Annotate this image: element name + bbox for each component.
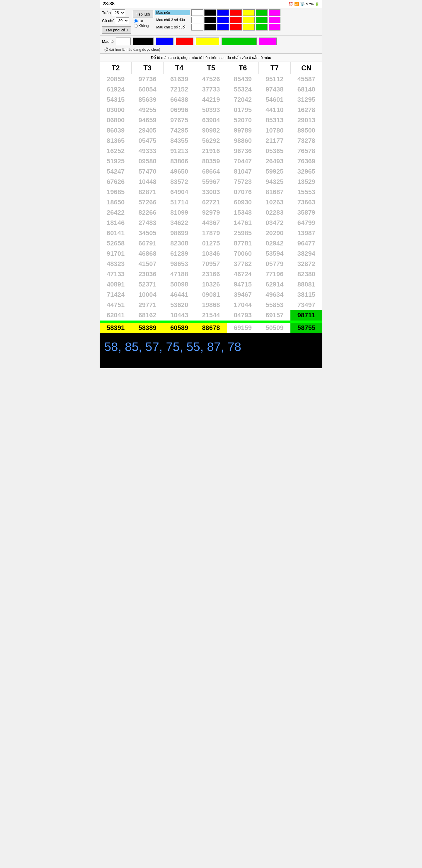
table-row[interactable]: 52658667918230801275877810294296477 [100, 239, 322, 249]
table-cell[interactable]: 83866 [163, 156, 195, 166]
color-black-1[interactable] [204, 9, 216, 16]
table-cell[interactable]: 05779 [259, 259, 290, 269]
table-cell[interactable]: 73497 [290, 300, 322, 310]
table-cell[interactable]: 19868 [195, 300, 227, 310]
table-cell[interactable]: 34622 [163, 218, 195, 228]
table-cell[interactable]: 01795 [227, 105, 258, 115]
table-cell[interactable]: 83572 [163, 177, 195, 187]
tao-phoi-cau-button[interactable]: Tạo phôi cầu [102, 26, 131, 34]
table-cell[interactable]: 26493 [259, 156, 290, 166]
mau-to-blue[interactable] [156, 37, 173, 45]
table-cell[interactable]: 97438 [259, 85, 290, 95]
table-cell[interactable]: 97736 [132, 74, 163, 85]
table-cell[interactable]: 50098 [163, 279, 195, 290]
table-cell[interactable]: 57470 [132, 166, 163, 177]
table-cell[interactable]: 81047 [227, 166, 258, 177]
table-cell[interactable]: 67626 [100, 177, 132, 187]
table-cell[interactable]: 49333 [132, 146, 163, 156]
color-green-2[interactable] [256, 17, 267, 23]
table-cell[interactable]: 94659 [132, 115, 163, 125]
radio-co-label[interactable]: Có [134, 19, 154, 23]
table-row[interactable]: 18650572665171462721609301026373663 [100, 197, 322, 208]
table-cell[interactable]: 70447 [227, 156, 258, 166]
mau-to-green[interactable] [222, 37, 257, 45]
table-row[interactable]: 62041681621044321544047936915798711 [100, 310, 322, 320]
radio-khong[interactable] [134, 24, 138, 28]
table-cell[interactable]: 75723 [227, 177, 258, 187]
table-cell[interactable]: 70957 [195, 259, 227, 269]
table-row[interactable]: 51925095808386680359704472649376369 [100, 156, 322, 166]
table-cell[interactable]: 10004 [132, 290, 163, 300]
table-cell[interactable]: 68664 [195, 166, 227, 177]
table-cell[interactable]: 16252 [100, 146, 132, 156]
table-cell[interactable]: 88081 [290, 279, 322, 290]
color-black-2[interactable] [204, 17, 216, 23]
table-cell[interactable]: 54247 [100, 166, 132, 177]
table-cell[interactable]: 50509 [259, 323, 290, 333]
table-cell[interactable]: 44110 [259, 105, 290, 115]
table-cell[interactable]: 37733 [195, 85, 227, 95]
table-cell[interactable]: 18650 [100, 197, 132, 208]
table-cell[interactable]: 04793 [227, 310, 258, 320]
table-row[interactable]: 26422822668109992979153480228335879 [100, 208, 322, 218]
table-cell[interactable]: 89500 [290, 125, 322, 136]
table-cell[interactable]: 29771 [132, 300, 163, 310]
table-cell[interactable]: 23166 [195, 269, 227, 279]
color-green-1[interactable] [256, 9, 267, 16]
table-cell[interactable]: 33003 [195, 187, 227, 197]
table-row[interactable]: 06800946599767563904520708531329013 [100, 115, 322, 125]
table-cell[interactable]: 45587 [290, 74, 322, 85]
table-row[interactable]: 71424100044644109081394674963438115 [100, 290, 322, 300]
color-magenta-1[interactable] [269, 9, 281, 16]
color-green-3[interactable] [256, 24, 267, 31]
table-row[interactable]: 54247574704965068664810475992532965 [100, 166, 322, 177]
table-cell[interactable]: 82380 [290, 269, 322, 279]
table-cell[interactable]: 47188 [163, 269, 195, 279]
table-cell[interactable]: 53620 [163, 300, 195, 310]
table-cell[interactable]: 85313 [259, 115, 290, 125]
table-cell[interactable]: 54315 [100, 95, 132, 105]
table-cell[interactable]: 47526 [195, 74, 227, 85]
table-cell[interactable]: 96736 [227, 146, 258, 156]
table-cell[interactable]: 32965 [290, 166, 322, 177]
table-cell[interactable]: 74295 [163, 125, 195, 136]
table-cell[interactable]: 69159 [227, 323, 258, 333]
table-cell[interactable]: 68140 [290, 85, 322, 95]
table-cell[interactable]: 58391 [100, 323, 132, 333]
cochuu-select[interactable]: 30 25 35 [116, 17, 129, 24]
table-cell[interactable]: 81365 [100, 136, 132, 146]
table-row[interactable]: 03000492550699650393017954411016278 [100, 105, 322, 115]
table-cell[interactable]: 09580 [132, 156, 163, 166]
table-row[interactable]: 18146274833462244367147610347264799 [100, 218, 322, 228]
table-cell[interactable]: 18146 [100, 218, 132, 228]
mau-to-magenta[interactable] [259, 37, 277, 45]
table-cell[interactable]: 82266 [132, 208, 163, 218]
table-row[interactable]: 61924600547215237733553249743868140 [100, 85, 322, 95]
table-cell[interactable]: 10448 [132, 177, 163, 187]
color-white-1[interactable] [191, 9, 203, 16]
mau-to-white[interactable] [116, 37, 131, 45]
radio-khong-label[interactable]: Không [134, 24, 154, 28]
table-cell[interactable]: 32872 [290, 259, 322, 269]
table-cell[interactable]: 64904 [163, 187, 195, 197]
table-cell[interactable]: 56292 [195, 136, 227, 146]
table-cell[interactable]: 39467 [227, 290, 258, 300]
color-black-3[interactable] [204, 24, 216, 31]
table-cell[interactable]: 52371 [132, 279, 163, 290]
table-cell[interactable]: 57266 [132, 197, 163, 208]
table-cell[interactable]: 10346 [195, 249, 227, 259]
table-cell[interactable]: 20859 [100, 74, 132, 85]
mau-to-red[interactable] [176, 37, 193, 45]
table-cell[interactable]: 70060 [227, 249, 258, 259]
table-cell[interactable]: 01275 [195, 239, 227, 249]
table-cell[interactable]: 15348 [227, 208, 258, 218]
color-yellow-3[interactable] [243, 24, 255, 31]
radio-co[interactable] [134, 19, 138, 23]
table-cell[interactable]: 02283 [259, 208, 290, 218]
table-cell[interactable]: 82308 [163, 239, 195, 249]
table-cell[interactable]: 98653 [163, 259, 195, 269]
table-cell[interactable]: 46441 [163, 290, 195, 300]
table-row[interactable]: 58391583896058988678691595050958755 [100, 323, 322, 333]
table-cell[interactable]: 61924 [100, 85, 132, 95]
table-cell[interactable]: 05365 [259, 146, 290, 156]
